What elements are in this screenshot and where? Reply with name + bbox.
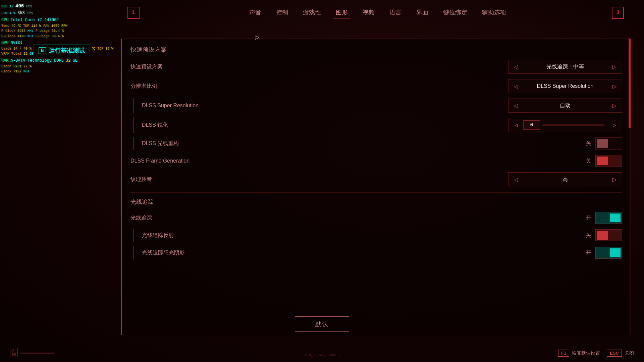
rt-shadow-status: 开: [586, 250, 593, 256]
hud-ram-unit: GB: [72, 58, 77, 64]
hud-pusage-label: P-Usage: [36, 28, 50, 34]
default-button[interactable]: 默认: [295, 316, 349, 332]
dlss-recon-toggle[interactable]: [595, 137, 622, 149]
hud-low-fps: 353: [17, 10, 25, 16]
nav-item-video[interactable]: 视频: [360, 7, 377, 18]
scroll-indicator[interactable]: [629, 39, 631, 335]
quick-preset-selector[interactable]: ◁ 光线追踪：中等 ▷: [508, 60, 622, 74]
nav-item-accessibility[interactable]: 辅助选项: [479, 7, 509, 18]
benchmark-popup[interactable]: B 运行基准测试: [34, 44, 90, 57]
nav-num-right: 3: [612, 7, 624, 19]
hud-fan-unit: RPM: [61, 23, 67, 29]
benchmark-label: 运行基准测试: [49, 47, 85, 55]
hud-temp-unit: ℃: [17, 23, 21, 29]
dlss-fg-toggle[interactable]: [595, 155, 622, 167]
close-key: ESC: [607, 350, 622, 357]
hud-gpu-tdp-unit: W: [111, 46, 113, 52]
nav-items: 声音 控制 游戏性 图形 视频 语言 界面 键位绑定 辅助选项: [144, 7, 612, 18]
texture-prev-btn[interactable]: ◁: [508, 173, 523, 186]
hud-tdp-label: TDP: [23, 23, 29, 29]
hud-eusage-unit: %: [62, 34, 64, 39]
hud-gpu-tdp-val: 39: [105, 46, 109, 52]
hud-low-fps-label: FPS: [27, 11, 33, 16]
hud-eusage-val: 30.4: [52, 34, 60, 39]
benchmark-key: B: [39, 47, 46, 54]
dlss-sharp-row: DLSS 锐化 ◁ 0 ▷: [133, 117, 622, 133]
resolution-value: DLSS Super Resolution: [523, 83, 607, 89]
quick-preset-next-btn[interactable]: ▷: [607, 60, 622, 73]
bottom-center: ── TRN_TLCA5_B09D8B ──: [298, 353, 346, 357]
quick-preset-prev-btn[interactable]: ◁: [508, 60, 523, 73]
hud-low-label: Low: [1, 11, 7, 16]
rt-reflect-thumb: [597, 231, 608, 240]
restore-action[interactable]: F1 恢复默认设置: [558, 350, 600, 357]
nav-item-sound[interactable]: 声音: [247, 7, 264, 18]
hud-ram-usage-val: 8951: [13, 64, 21, 69]
quick-preset-row: 快速预设方案 ◁ 光线追踪：中等 ▷: [130, 59, 622, 74]
dlss-sr-next-btn[interactable]: ▷: [607, 99, 622, 112]
texture-selector[interactable]: ◁ 高 ▷: [508, 172, 622, 186]
dlss-sr-value: 自动: [523, 102, 607, 109]
resolution-prev-btn[interactable]: ◁: [508, 79, 523, 93]
dlss-sharp-value: 0: [523, 120, 540, 130]
rt-toggle-group: 开: [586, 212, 622, 224]
rt-thumb: [610, 214, 621, 222]
hud-vram-total-unit: GB: [30, 51, 34, 57]
dlss-fg-status: 关: [586, 158, 593, 164]
hud-cpu-name: Intel Core i7-14790F: [11, 17, 59, 23]
nav-item-graphics[interactable]: 图形: [333, 7, 351, 18]
quick-preset-label: 快速预设方案: [130, 63, 163, 70]
hud-eclock-label: E-Clock: [1, 34, 15, 39]
rt-shadow-label: 光线追踪阳光阴影: [142, 249, 185, 256]
panel-content: 快速预设方案 快速预设方案 ◁ 光线追踪：中等 ▷ 分辨率比例 ◁ DLSS S…: [121, 39, 630, 335]
rt-toggle[interactable]: [595, 212, 622, 224]
dlss-recon-toggle-group: 关: [586, 137, 622, 149]
resolution-selector[interactable]: ◁ DLSS Super Resolution ▷: [508, 79, 622, 93]
dlss-sr-prev-btn[interactable]: ◁: [508, 99, 523, 112]
dlss-recon-status: 关: [586, 140, 593, 147]
nav-item-control[interactable]: 控制: [273, 7, 291, 18]
hud-cpu-label: CPU: [1, 17, 9, 23]
hud-ram-size: 32: [66, 58, 70, 64]
rt-reflect-row: 光线追踪反射 关: [133, 229, 622, 242]
nav-item-keybind[interactable]: 键位绑定: [440, 7, 470, 18]
version-bar-text: ▬▬▬▬▬▬▬▬▬▬▬▬▬▬▬: [20, 351, 54, 355]
rt-status: 开: [586, 215, 593, 221]
hud-ram-usage-label: Usage: [1, 64, 11, 69]
hud-d3d-num: 12: [9, 4, 13, 9]
hud-ram-clock-val: 7182: [13, 69, 21, 74]
hud-vram-total-label: VRAM Total: [1, 51, 21, 57]
texture-next-btn[interactable]: ▷: [607, 173, 622, 186]
dlss-sharp-next-btn[interactable]: ▷: [607, 118, 622, 132]
bottom-bar: F1 恢复默认设置 ESC 关闭: [558, 350, 634, 357]
hud-gpu-name: NVIDI: [11, 40, 23, 46]
hud-temp-label: Temp: [1, 23, 9, 29]
hud-ram-usage-pct: 27: [23, 64, 28, 69]
nav-item-interface[interactable]: 界面: [414, 7, 431, 18]
dlss-sr-row: DLSS Super Resolution ◁ 自动 ▷: [133, 98, 622, 113]
dlss-sharp-track: [543, 124, 604, 126]
rt-shadow-toggle-group: 开: [586, 247, 622, 259]
nav-num-left: 1: [127, 7, 140, 19]
hud-ram-clock-unit: MHz: [23, 69, 30, 74]
rt-shadow-toggle[interactable]: [595, 247, 622, 259]
hud-ram-clock-label: Clock: [1, 69, 11, 74]
resolution-next-btn[interactable]: ▷: [607, 79, 622, 93]
hud-eclock-unit: MHz: [28, 34, 34, 39]
rt-reflect-toggle[interactable]: [595, 229, 622, 241]
hud-fps-val: 496: [15, 3, 24, 10]
quick-section-title: 快速预设方案: [130, 46, 622, 54]
dlss-fg-toggle-group: 关: [586, 155, 622, 167]
dlss-sr-selector[interactable]: ◁ 自动 ▷: [508, 99, 622, 113]
nav-item-gameplay[interactable]: 游戏性: [300, 7, 324, 18]
nav-item-language[interactable]: 语言: [387, 7, 404, 18]
hud-gpu-usage-unit: %: [30, 46, 32, 52]
dlss-sharp-slider[interactable]: ◁ 0 ▷: [508, 118, 622, 132]
close-action[interactable]: ESC 关闭: [607, 350, 634, 357]
dlss-sr-label: DLSS Super Resolution: [142, 103, 199, 109]
texture-row: 纹理质量 ◁ 高 ▷: [130, 172, 622, 187]
rt-label: 光线追踪: [130, 215, 152, 222]
dlss-sharp-prev-btn[interactable]: ◁: [508, 118, 523, 132]
dlss-recon-thumb: [597, 139, 608, 148]
quick-preset-value: 光线追踪：中等: [523, 63, 607, 70]
